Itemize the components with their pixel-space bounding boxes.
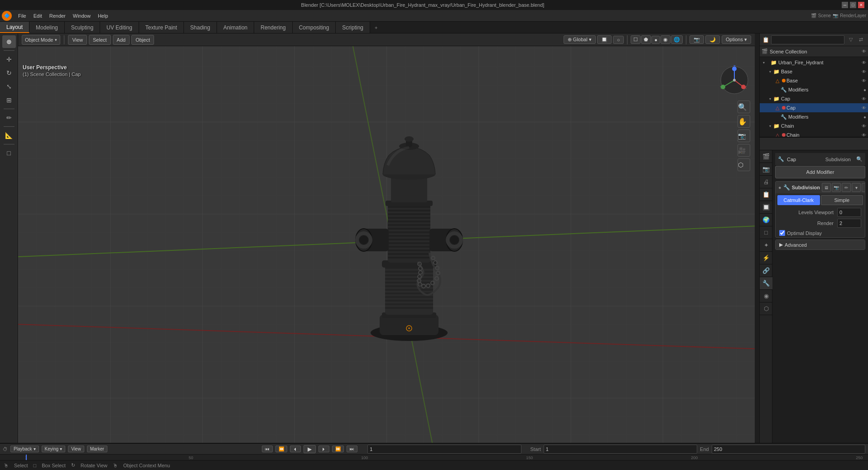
tab-uv-editing[interactable]: UV Editing xyxy=(100,22,139,33)
current-frame-input[interactable]: 1 xyxy=(367,445,521,454)
ol-item-chain-mesh[interactable]: △ Chain 👁 xyxy=(760,130,868,138)
material-btn[interactable]: ◉ xyxy=(661,35,670,44)
tool-cursor[interactable]: ⊕ xyxy=(2,35,16,48)
jump-end-btn[interactable]: ⏭ xyxy=(347,446,357,452)
mod-expand-btn[interactable]: ▾ xyxy=(852,183,861,192)
outliner-filter-btn[interactable]: ▽ xyxy=(846,35,855,44)
prev-keyframe-btn[interactable]: ⏴ xyxy=(290,446,301,452)
vis-eye-icon[interactable]: 👁 xyxy=(862,78,866,83)
tab-compositing[interactable]: Compositing xyxy=(293,22,336,33)
vis-eye-icon[interactable]: 👁 xyxy=(862,69,866,74)
view-btn[interactable]: View xyxy=(68,446,84,452)
ol-item-base-mesh[interactable]: △ Base 👁 xyxy=(760,76,868,85)
optimal-display-checkbox[interactable] xyxy=(779,230,785,236)
mod-vis-circle[interactable]: ● xyxy=(863,87,866,92)
navigation-gizmo[interactable]: Z X Y xyxy=(719,64,750,96)
prop-icon-data[interactable]: ⬡ xyxy=(760,302,772,315)
jump-start-btn[interactable]: ⏮ xyxy=(262,446,273,452)
tool-scale[interactable]: ⤡ xyxy=(2,80,16,93)
scene-col-vis[interactable]: 👁 xyxy=(862,49,866,54)
ol-item-cap-mesh[interactable]: △ Cap 👁 xyxy=(760,103,868,112)
prop-icon-physics[interactable]: ⚡ xyxy=(760,252,772,264)
prev-frame-btn[interactable]: ⏪ xyxy=(275,446,287,452)
render-btn[interactable]: 🌐 xyxy=(671,35,683,44)
ol-item-chain-collection[interactable]: ▾ 📁 Chain 👁 xyxy=(760,121,868,130)
vis-eye-icon[interactable]: 👁 xyxy=(862,60,866,65)
tab-add[interactable]: + xyxy=(370,22,382,33)
viewport-snap-btn[interactable]: 🔲 xyxy=(597,35,612,44)
viewport-proportional-btn[interactable]: ○ xyxy=(613,36,624,44)
menu-help[interactable]: Help xyxy=(94,11,112,21)
tool-annotate[interactable]: ✏ xyxy=(2,111,16,124)
mod-vis-circle[interactable]: ● xyxy=(863,115,866,120)
ol-item-base-collection[interactable]: ▾ 📁 Base 👁 xyxy=(760,67,868,76)
ol-item-urban-fire-hydrant[interactable]: ▾ 📁 Urban_Fire_Hydrant 👁 xyxy=(760,58,868,67)
catmull-clark-btn[interactable]: Catmull-Clark xyxy=(777,195,820,205)
add-menu-btn[interactable]: Add xyxy=(113,35,130,45)
prop-icon-render[interactable]: 📷 xyxy=(760,163,772,176)
solid-btn[interactable]: ● xyxy=(651,36,660,44)
ol-item-modifiers-1[interactable]: 🔧 Modifiers ● xyxy=(760,85,868,94)
mod-vis-toggle[interactable]: ● xyxy=(778,185,781,190)
vis-eye-icon[interactable]: 👁 xyxy=(862,133,866,138)
overlay-btn[interactable]: ⬡ xyxy=(738,158,750,171)
main-3d-viewport[interactable]: User Perspective (1) Scene Collection | … xyxy=(18,46,755,443)
prop-icon-world[interactable]: 🌍 xyxy=(760,214,772,226)
prop-search-icon[interactable]: 🔍 xyxy=(856,156,863,162)
vis-eye-icon[interactable]: 👁 xyxy=(862,124,866,129)
simple-btn[interactable]: Simple xyxy=(821,195,863,205)
levels-viewport-input[interactable]: 0 xyxy=(837,208,861,217)
wireframe-btn[interactable]: ⬟ xyxy=(641,35,651,44)
scene-vis-btn[interactable]: 🌙 xyxy=(705,35,720,44)
end-frame-input[interactable]: 250 xyxy=(712,445,865,454)
prop-icon-modifiers[interactable]: 🔧 xyxy=(760,277,772,290)
zoom-in-btn[interactable]: 🔍 xyxy=(738,101,750,113)
prop-icon-object[interactable]: □ xyxy=(760,226,772,239)
menu-render[interactable]: Render xyxy=(46,11,69,21)
keying-btn[interactable]: Keying ▾ xyxy=(42,446,66,452)
camera-btn[interactable]: 📷 xyxy=(690,35,704,44)
outliner-search-input[interactable] xyxy=(771,35,844,44)
tab-layout[interactable]: Layout xyxy=(0,22,29,33)
options-btn[interactable]: Options ▾ xyxy=(722,35,751,44)
tool-rotate[interactable]: ↻ xyxy=(2,67,16,79)
vis-eye-icon[interactable]: 👁 xyxy=(862,96,866,101)
tool-add-cube[interactable]: □ xyxy=(2,147,16,159)
prop-icon-particles[interactable]: ✦ xyxy=(760,239,772,252)
camera-viewport-btn[interactable]: 📷 xyxy=(738,129,750,142)
render-viewport-btn[interactable]: 🎥 xyxy=(738,144,750,157)
playback-btn[interactable]: Playback ▾ xyxy=(10,446,39,452)
tool-move[interactable]: ✛ xyxy=(2,53,16,66)
outliner-sync-btn[interactable]: ⇄ xyxy=(856,35,865,44)
view-menu-btn[interactable]: View xyxy=(68,35,87,45)
prop-icon-output[interactable]: 🖨 xyxy=(760,176,772,188)
mod-close-btn[interactable]: ✕ xyxy=(862,183,865,192)
object-mode-dropdown[interactable]: Object Mode xyxy=(22,35,60,45)
marker-btn[interactable]: Marker xyxy=(87,446,107,452)
xray-btn[interactable]: ☐ xyxy=(631,35,641,44)
prop-icon-scene[interactable]: 🎬 xyxy=(760,150,772,163)
object-menu-btn[interactable]: Object xyxy=(131,35,154,45)
mod-edit-btn[interactable]: ✏ xyxy=(842,183,851,192)
mod-realtime-btn[interactable]: 🖥 xyxy=(822,183,831,192)
play-btn[interactable]: ▶ xyxy=(304,445,316,453)
mod-render-btn[interactable]: 📷 xyxy=(832,183,841,192)
tab-shading[interactable]: Shading xyxy=(184,22,217,33)
advanced-title[interactable]: ▶ Advanced xyxy=(776,240,865,249)
prop-icon-scene-props[interactable]: 🔲 xyxy=(760,201,772,214)
select-menu-btn[interactable]: Select xyxy=(89,35,111,45)
add-modifier-button[interactable]: Add Modifier xyxy=(775,166,865,178)
tab-modeling[interactable]: Modeling xyxy=(29,22,65,33)
tab-sculpting[interactable]: Sculpting xyxy=(65,22,100,33)
pan-btn[interactable]: ✋ xyxy=(738,115,750,128)
blender-logo[interactable]: 🔷 xyxy=(2,11,12,21)
minimize-button[interactable]: ─ xyxy=(842,2,848,8)
start-frame-input[interactable]: 1 xyxy=(544,445,697,454)
next-keyframe-btn[interactable]: ⏵ xyxy=(318,446,329,452)
prop-icon-shader[interactable]: ◉ xyxy=(760,290,772,302)
ol-item-cap-collection[interactable]: ▾ 📁 Cap 👁 xyxy=(760,94,868,103)
prop-icon-view-layer[interactable]: 📋 xyxy=(760,188,772,201)
menu-edit[interactable]: Edit xyxy=(30,11,46,21)
viewport-global-btn[interactable]: ⊕ Global ▾ xyxy=(564,35,596,44)
tab-texture-paint[interactable]: Texture Paint xyxy=(139,22,184,33)
